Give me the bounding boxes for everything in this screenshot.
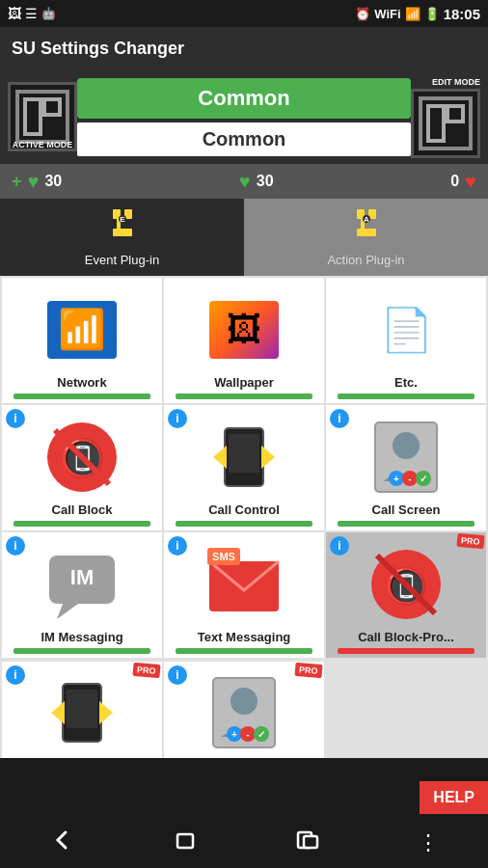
heart-center-icon: ♥ [239, 171, 251, 193]
app-title: SU Settings Changer [12, 39, 184, 59]
grid-cell-im[interactable]: i IM IM Messaging [2, 532, 162, 658]
grid-cell-call-screen[interactable]: i + - ✓ Call Screen [326, 405, 486, 530]
action-plugin-btn[interactable]: A Action Plug-in [244, 199, 488, 276]
heart-left: + ♥ 30 [12, 171, 62, 193]
call-control-icon-area [168, 411, 320, 502]
grid-cell-etc[interactable]: 📄 Etc. [326, 278, 486, 403]
svg-rect-22 [229, 434, 259, 473]
svg-text:-: - [408, 474, 411, 484]
edit-logo [411, 89, 480, 158]
call-control-bar [176, 521, 312, 527]
etc-label: Etc. [394, 375, 418, 390]
svg-text:✓: ✓ [420, 474, 427, 484]
common-green-label[interactable]: Common [77, 78, 411, 119]
android-icon: 🤖 [41, 7, 56, 20]
call-block-icon-area: 📵 [6, 411, 158, 502]
call-screen-pro-badge: PRO [295, 663, 323, 678]
hearts-row: + ♥ 30 ♥ 30 0 ♥ [0, 164, 488, 199]
svg-rect-54 [177, 834, 193, 848]
grid-cell-call-screen-pro[interactable]: i PRO + - ✓ [164, 662, 324, 758]
grid-cell-network[interactable]: 📶 Network [2, 278, 162, 403]
grid-cell-wallpaper[interactable]: 🖼 Wallpaper [164, 278, 324, 403]
menu-icon: ☰ [25, 6, 38, 21]
call-block-pro-badge: PRO [457, 533, 485, 549]
heart-center-value: 30 [257, 173, 274, 190]
call-block-pro-icon-area: 📵 [330, 538, 482, 630]
svg-text:E: E [120, 215, 125, 224]
call-screen-svg: + - ✓ [367, 419, 445, 496]
im-svg: IM [43, 548, 121, 621]
grid-cell-sms[interactable]: i SMS Text Messaging [164, 532, 324, 658]
grid-cell-call-block[interactable]: i 📵 Call Block [2, 405, 162, 530]
title-bar: SU Settings Changer [0, 27, 488, 69]
grid-cell-call-control-pro[interactable]: i PRO [2, 662, 162, 758]
heart-right-icon: ♥ [465, 171, 476, 193]
svg-point-47 [230, 688, 258, 715]
heart-left-value: 30 [44, 173, 62, 190]
call-screen-pro-icon-area: + - ✓ [168, 667, 320, 758]
wallpaper-icon: 🖼 [209, 301, 279, 359]
svg-rect-1 [25, 99, 41, 134]
call-block-pro-info-icon: i [330, 536, 349, 556]
edit-mode-label: EDIT MODE [432, 77, 480, 87]
svg-rect-4 [428, 106, 444, 141]
active-mode-label: ACTIVE MODE [13, 140, 73, 149]
svg-rect-56 [304, 836, 317, 848]
help-button[interactable]: HELP [420, 781, 488, 814]
nav-recents-btn[interactable] [294, 827, 321, 859]
svg-text:+: + [393, 474, 399, 484]
call-control-svg [205, 419, 283, 496]
heart-left-icon: ♥ [28, 171, 40, 193]
bottom-nav: ⋮ [0, 818, 488, 868]
event-plugin-icon: E [105, 207, 140, 249]
sms-info-icon: i [168, 536, 187, 556]
event-plugin-btn[interactable]: E Event Plug-in [0, 199, 244, 276]
grid-area: 📶 Network 🖼 Wallpaper 📄 Etc. i [0, 276, 488, 660]
svg-marker-44 [51, 701, 65, 724]
call-block-info-icon: i [6, 409, 25, 428]
grid-cell-call-block-pro[interactable]: i PRO 📵 Call Block-Pro... [326, 532, 486, 658]
status-bar: 🖼 ☰ 🤖 ⏰ WiFi 📶 🔋 18:05 [0, 0, 488, 27]
svg-rect-2 [44, 99, 60, 115]
network-icon: 📶 [47, 301, 117, 359]
time-display: 18:05 [444, 6, 480, 22]
call-control-pro-svg [43, 674, 121, 751]
grid-cell-call-control[interactable]: i Call Control [164, 405, 324, 530]
etc-icon-area: 📄 [330, 284, 482, 375]
nav-more-btn[interactable]: ⋮ [418, 830, 440, 855]
network-icon-area: 📶 [6, 284, 158, 375]
etc-bar [338, 393, 474, 399]
call-control-info-icon: i [168, 409, 187, 428]
network-bar [14, 393, 150, 399]
signal-icon: 📶 [405, 7, 420, 21]
call-control-pro-info-icon: i [6, 665, 25, 685]
nav-home-btn[interactable] [172, 827, 199, 859]
active-mode-container: ACTIVE MODE [8, 82, 77, 151]
alarm-icon: ⏰ [355, 7, 370, 21]
svg-marker-34 [57, 604, 78, 619]
svg-point-26 [393, 432, 420, 459]
su-logo-left [14, 88, 71, 146]
nav-back-btn[interactable] [48, 827, 75, 859]
svg-text:✓: ✓ [258, 729, 265, 740]
svg-marker-24 [261, 446, 275, 469]
svg-rect-9 [113, 229, 132, 236]
common-white-label: Common [77, 122, 411, 156]
call-screen-pro-svg: + - ✓ [205, 674, 283, 751]
sms-svg: SMS [205, 546, 283, 619]
call-block-pro-label: Call Block-Pro... [358, 630, 454, 644]
call-control-label: Call Control [208, 502, 280, 517]
sms-icon-area: SMS [168, 538, 320, 630]
svg-text:-: - [246, 729, 249, 740]
heart-right: 0 ♥ [450, 171, 476, 193]
gallery-icon: 🖼 [8, 6, 21, 21]
edit-mode-container: EDIT MODE [411, 75, 480, 158]
call-screen-info-icon: i [330, 409, 349, 428]
call-control-pro-badge: PRO [133, 663, 161, 678]
heart-center: ♥ 30 [239, 171, 274, 193]
im-info-icon: i [6, 536, 25, 556]
svg-marker-23 [213, 446, 227, 469]
event-plugin-label: Event Plug-in [85, 253, 159, 267]
plugin-row: E Event Plug-in A Action Plug-in [0, 199, 488, 276]
status-left-icons: 🖼 ☰ 🤖 [8, 6, 56, 21]
